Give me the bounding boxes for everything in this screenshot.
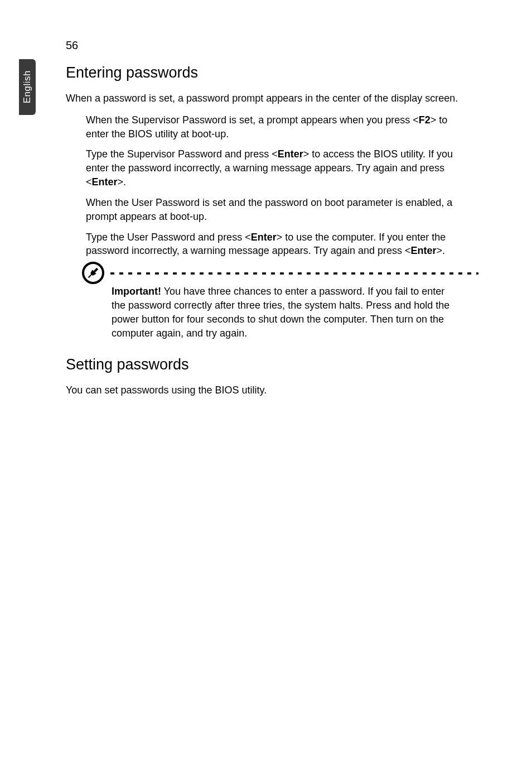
heading-entering-passwords: Entering passwords (66, 64, 467, 81)
entering-steps: When the Supervisor Password is set, a p… (86, 113, 467, 258)
callout-divider (110, 272, 478, 275)
pin-icon (81, 261, 105, 287)
step-user-enter: Type the User Password and press <Enter>… (86, 230, 467, 258)
setting-text: You can set passwords using the BIOS uti… (66, 383, 467, 397)
language-tab-label: English (22, 70, 33, 103)
key-enter: Enter (92, 176, 118, 188)
callout-text: Important! You have three chances to ent… (112, 265, 461, 340)
step-supervisor-enter: Type the Supervisor Password and press <… (86, 147, 467, 189)
callout-label: Important! (112, 286, 161, 297)
key-enter: Enter (251, 232, 277, 243)
step-user-prompt: When the User Password is set and the pa… (86, 196, 467, 224)
key-f2: F2 (419, 114, 431, 126)
page-content: Entering passwords When a password is se… (66, 64, 467, 405)
key-enter: Enter (278, 148, 303, 160)
language-tab: English (19, 59, 36, 115)
entering-intro: When a password is set, a password promp… (66, 92, 467, 105)
step-supervisor-prompt: When the Supervisor Password is set, a p… (86, 113, 467, 141)
page-number: 56 (66, 39, 78, 52)
important-callout: Important! You have three chances to ent… (66, 265, 467, 340)
heading-setting-passwords: Setting passwords (66, 356, 467, 373)
svg-rect-3 (88, 274, 92, 278)
key-enter: Enter (410, 245, 436, 256)
